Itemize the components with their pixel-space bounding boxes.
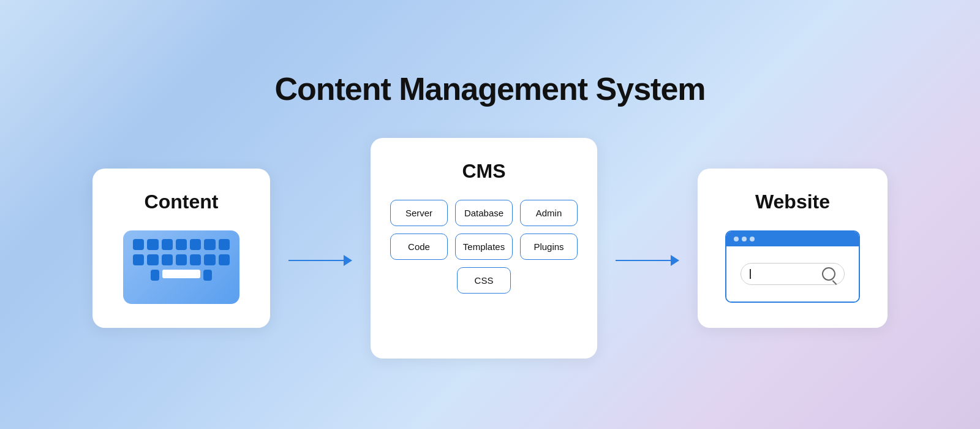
browser-bar [726, 232, 859, 246]
browser-mockup [725, 230, 860, 303]
kb-key [162, 239, 173, 250]
page-title: Content Management System [274, 70, 705, 107]
cms-bottom-row: CSS [390, 267, 578, 294]
keyboard-row-3 [133, 270, 230, 281]
search-icon-circle [822, 267, 835, 281]
content-card-title: Content [145, 191, 219, 213]
browser-dot-3 [750, 237, 755, 241]
arrow-head [344, 255, 352, 266]
arrow [616, 255, 679, 266]
cms-card-title: CMS [462, 160, 505, 183]
browser-body [726, 246, 859, 302]
browser-search-bar [741, 263, 845, 285]
kb-key [204, 254, 215, 265]
kb-key [147, 254, 158, 265]
cms-to-website-arrow [597, 255, 698, 266]
cms-grid: Server Database Admin Code Templates Plu… [390, 200, 578, 260]
cms-item-plugins: Plugins [520, 233, 578, 260]
kb-key [219, 254, 230, 265]
kb-key [176, 239, 187, 250]
content-to-cms-arrow [270, 255, 371, 266]
cms-item-server: Server [390, 200, 448, 226]
browser-dot-1 [734, 237, 739, 241]
search-icon [822, 267, 835, 281]
browser-dot-2 [742, 237, 747, 241]
content-card: Content [92, 169, 270, 328]
cms-item-templates: Templates [455, 233, 513, 260]
kb-key [219, 239, 230, 250]
website-card: Website [698, 169, 888, 328]
cms-card: CMS Server Database Admin Code Templates… [371, 138, 597, 359]
keyboard-row-2 [133, 254, 230, 265]
kb-key [190, 239, 201, 250]
kb-key [147, 239, 158, 250]
kb-key [151, 270, 159, 281]
arrow-head [671, 255, 679, 266]
arrow [288, 255, 352, 266]
search-cursor [750, 269, 751, 279]
arrow-line [616, 260, 671, 262]
kb-key [176, 254, 187, 265]
cms-item-css: CSS [457, 267, 511, 294]
keyboard-row-1 [133, 239, 230, 250]
search-icon-handle [832, 280, 837, 285]
kb-key [190, 254, 201, 265]
diagram: Content [92, 138, 888, 359]
kb-key [162, 254, 173, 265]
cms-item-code: Code [390, 233, 448, 260]
kb-key [204, 239, 215, 250]
kb-key [203, 270, 212, 281]
cms-item-admin: Admin [520, 200, 578, 226]
website-card-title: Website [755, 191, 830, 213]
keyboard-icon [123, 230, 239, 304]
kb-key [133, 239, 144, 250]
cms-item-database: Database [455, 200, 513, 226]
arrow-line [288, 260, 344, 262]
kb-key [133, 254, 144, 265]
kb-spacebar [162, 270, 200, 278]
